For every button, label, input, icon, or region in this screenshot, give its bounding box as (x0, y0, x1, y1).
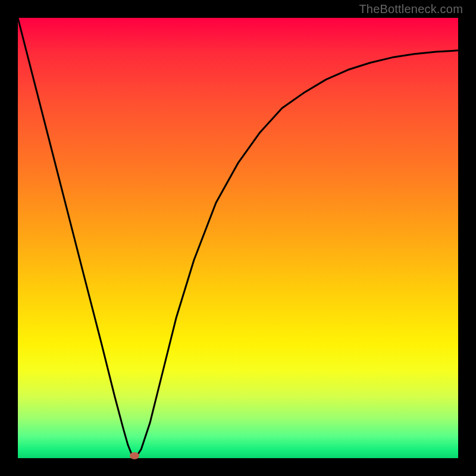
watermark-text: TheBottleneck.com (359, 2, 463, 16)
curve-svg (18, 18, 458, 458)
bottleneck-curve (18, 18, 458, 456)
chart-frame: TheBottleneck.com (0, 0, 476, 476)
plot-area (18, 18, 458, 458)
minimum-marker (130, 452, 139, 459)
